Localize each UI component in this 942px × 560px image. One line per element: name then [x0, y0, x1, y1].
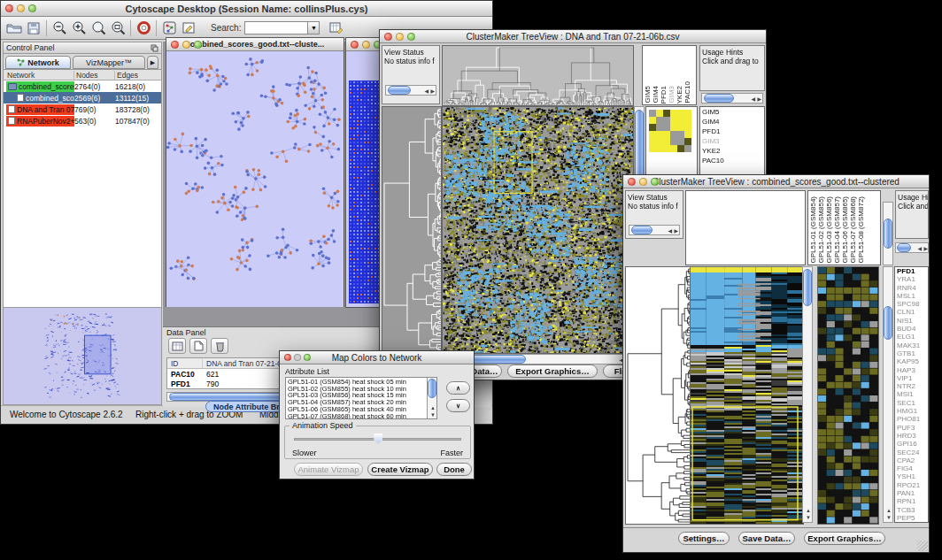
gene-name-label[interactable]: NIS1: [895, 317, 928, 325]
gene-name-label[interactable]: MSL1: [895, 292, 928, 300]
zoom-button[interactable]: [304, 354, 311, 361]
close-button[interactable]: [628, 178, 636, 186]
move-up-button[interactable]: ∧: [446, 381, 470, 395]
tab-network[interactable]: Network: [5, 56, 71, 69]
dense-network-grid-canvas[interactable]: [349, 81, 381, 303]
attribute-table-icon[interactable]: [327, 19, 346, 37]
gene-name-label[interactable]: MAK31: [895, 341, 928, 349]
gene-name-label[interactable]: TCB3: [895, 506, 928, 514]
cytoscape-titlebar[interactable]: Cytoscape Desktop (Session Name: collins…: [1, 1, 492, 17]
gene-name-label[interactable]: YRA1: [895, 275, 928, 283]
gene-name-label[interactable]: CPA2: [895, 456, 928, 464]
zoom-button[interactable]: [194, 41, 202, 49]
heatmap-vscrollbar[interactable]: ▲▼: [802, 266, 813, 523]
move-down-button[interactable]: ∨: [446, 399, 470, 412]
resize-grip[interactable]: [917, 541, 928, 551]
delete-attribute-trash-icon[interactable]: [211, 338, 228, 354]
zoom-selected-icon[interactable]: [89, 19, 108, 37]
gene-name-label[interactable]: SPC98: [895, 300, 928, 308]
tab-vizmapper[interactable]: VizMapper™: [73, 56, 145, 69]
gene-name-label[interactable]: PFD1: [895, 267, 928, 275]
network-view-canvas[interactable]: [166, 52, 344, 307]
selected-gene-label[interactable]: PAC10: [700, 156, 764, 165]
zoom-button[interactable]: [407, 33, 415, 41]
gene-name-label[interactable]: NTR2: [895, 382, 928, 390]
settings-button[interactable]: Settings…: [678, 532, 730, 545]
gene-name-label[interactable]: PEP5: [895, 514, 928, 522]
gene-name-label[interactable]: VIP1: [895, 374, 928, 382]
scroll-thumb[interactable]: [884, 306, 892, 340]
export-graphics-button[interactable]: Export Graphics…: [507, 364, 598, 378]
network-table-row[interactable]: RNAPuberNov2+ 563(0) 107847(0): [4, 115, 161, 127]
speed-slider-thumb[interactable]: [374, 433, 382, 444]
selected-gene-label[interactable]: GIM5: [700, 107, 764, 117]
network-table-row[interactable]: combined_sco 2569(6) 13112(15): [4, 92, 161, 104]
row-dendrogram-canvas[interactable]: [625, 266, 691, 525]
network-window-titlebar[interactable]: combined_scores_good.txt--cluste...: [166, 38, 344, 51]
gene-name-label[interactable]: MON2: [895, 522, 928, 523]
gene-name-label[interactable]: BUD4: [895, 325, 928, 333]
gene-name-label[interactable]: KAP95: [895, 357, 928, 365]
selected-gene-label[interactable]: YKE2: [700, 146, 764, 156]
close-button[interactable]: [384, 33, 392, 41]
animate-vizmap-button[interactable]: Animate Vizmap: [294, 463, 363, 476]
close-button[interactable]: [284, 354, 291, 361]
gene-name-label[interactable]: RNR4: [895, 284, 928, 292]
column-dendrogram-area[interactable]: [685, 190, 806, 265]
plugin-network-icon[interactable]: [159, 19, 179, 37]
save-button[interactable]: [24, 19, 43, 37]
gene-name-label[interactable]: FIG4: [895, 464, 928, 472]
status-hscrollbar[interactable]: ◀▶: [385, 85, 436, 96]
help-lifebuoy-icon[interactable]: [134, 19, 153, 37]
attribute-select-icon[interactable]: [168, 338, 186, 354]
annotation-icon[interactable]: [179, 19, 198, 37]
minimize-button[interactable]: [17, 4, 25, 12]
zoom-heatmap-canvas[interactable]: [817, 266, 879, 525]
selected-gene-label[interactable]: GIM4: [700, 117, 764, 127]
gene-name-label[interactable]: ELG1: [895, 333, 928, 341]
minimize-button[interactable]: [396, 33, 404, 41]
zoom-fit-icon[interactable]: [108, 19, 127, 37]
column-dendrogram-canvas[interactable]: [442, 45, 634, 106]
gene-name-label[interactable]: HRD3: [895, 432, 928, 440]
gene-name-label[interactable]: SEC1: [895, 399, 928, 407]
close-button[interactable]: [351, 41, 359, 49]
treeview-top-titlebar[interactable]: ClusterMaker TreeView : DNA and Tran 07-…: [380, 30, 766, 43]
scroll-thumb[interactable]: [428, 379, 436, 398]
gene-name-label[interactable]: RPO21: [895, 481, 928, 489]
zoom-in-icon[interactable]: [69, 19, 89, 37]
network-table-row[interactable]: DNA and Tran 07 769(0) 183728(0): [4, 104, 161, 115]
gene-name-label[interactable]: CLN1: [895, 308, 928, 316]
done-button[interactable]: Done: [436, 463, 472, 476]
network-table-row[interactable]: combined_scores 2764(0) 16218(0): [4, 81, 161, 92]
minimize-button[interactable]: [182, 41, 190, 49]
treeview-bottom-titlebar[interactable]: ClusterMaker TreeView : combined_scores_…: [623, 175, 929, 188]
gene-name-label[interactable]: GPI16: [895, 440, 928, 448]
global-heatmap-canvas[interactable]: [442, 106, 634, 354]
global-heatmap-canvas[interactable]: [690, 266, 804, 525]
scroll-thumb[interactable]: [884, 219, 892, 249]
hints-hscrollbar[interactable]: ◀▶: [895, 242, 929, 253]
scroll-thumb[interactable]: [897, 243, 911, 252]
new-attribute-icon[interactable]: [189, 338, 207, 354]
zoom-button[interactable]: [651, 178, 659, 186]
scroll-thumb[interactable]: [704, 94, 734, 103]
labels-vscrollbar[interactable]: [883, 202, 893, 265]
attribute-list-item[interactable]: GPL51-07 (GSM868) heat shock 60 min: [286, 413, 436, 419]
search-dropdown-arrow[interactable]: ▼: [308, 21, 320, 35]
gene-name-label[interactable]: HAP3: [895, 366, 928, 374]
network-overview-canvas[interactable]: [4, 310, 158, 402]
gene-name-label[interactable]: PHO81: [895, 415, 928, 423]
close-button[interactable]: [171, 41, 179, 49]
scroll-thumb[interactable]: [631, 226, 652, 234]
open-file-button[interactable]: [4, 19, 24, 37]
gene-name-label[interactable]: RPN1: [895, 497, 928, 505]
zoom-button[interactable]: [28, 4, 36, 12]
status-hscrollbar[interactable]: ◀▶: [629, 225, 680, 235]
selected-gene-label[interactable]: PFD1: [700, 127, 764, 136]
selected-gene-label[interactable]: GIM3: [700, 136, 764, 146]
zoom-vscrollbar[interactable]: ▲▼: [883, 266, 893, 523]
save-data-button[interactable]: Save Data…: [738, 532, 795, 545]
gene-name-label[interactable]: PUF3: [895, 424, 928, 432]
hints-hscrollbar[interactable]: ◀▶: [701, 93, 763, 104]
